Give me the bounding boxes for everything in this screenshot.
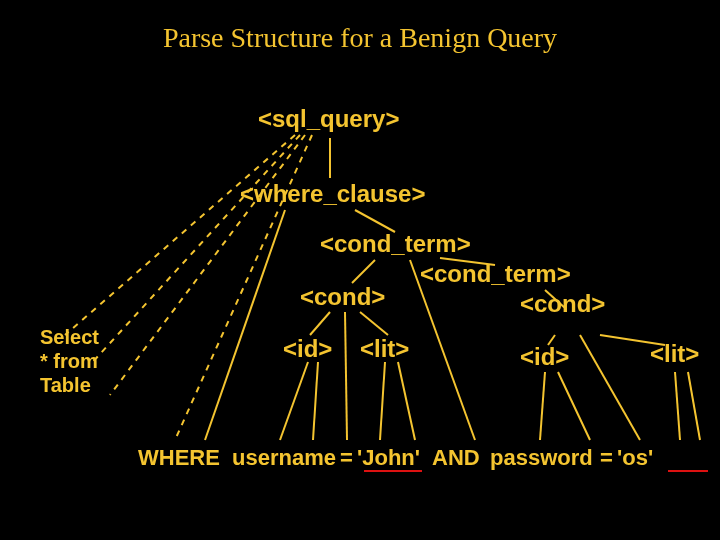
sql-username: username xyxy=(232,445,336,471)
svg-line-11 xyxy=(360,312,388,335)
node-lit-2: <lit> xyxy=(650,340,699,368)
node-id-1: <id> xyxy=(283,335,332,363)
svg-line-6 xyxy=(355,210,395,232)
node-id-2: <id> xyxy=(520,343,569,371)
underline-os xyxy=(668,470,708,472)
svg-line-7 xyxy=(352,260,375,283)
sql-eq1: = xyxy=(340,445,353,471)
sql-and: AND xyxy=(432,445,480,471)
svg-line-5 xyxy=(205,210,285,440)
node-sql-query: <sql_query> xyxy=(258,105,399,133)
node-where-clause: <where_clause> xyxy=(240,180,425,208)
slide-root: Parse Structure for a Benign Query xyxy=(0,0,720,540)
svg-line-21 xyxy=(540,372,545,440)
svg-line-15 xyxy=(380,362,385,440)
node-cond-2: <cond> xyxy=(520,290,605,318)
node-cond-term-1: <cond_term> xyxy=(320,230,471,258)
svg-line-22 xyxy=(558,372,590,440)
svg-line-0 xyxy=(65,135,295,335)
sql-eq2: = xyxy=(600,445,613,471)
svg-line-12 xyxy=(345,312,347,440)
svg-line-13 xyxy=(280,362,308,440)
sql-password: password xyxy=(490,445,593,471)
sql-john: 'John' xyxy=(357,445,420,471)
svg-line-2 xyxy=(110,135,305,395)
svg-line-23 xyxy=(675,372,680,440)
node-cond-term-2: <cond_term> xyxy=(420,260,571,288)
svg-line-16 xyxy=(398,362,415,440)
node-cond-1: <cond> xyxy=(300,283,385,311)
sql-where: WHERE xyxy=(138,445,220,471)
svg-line-24 xyxy=(688,372,700,440)
sql-os: 'os' xyxy=(617,445,653,471)
svg-line-1 xyxy=(90,135,300,365)
leaf-select-from-table: Select * from Table xyxy=(40,325,99,397)
svg-line-14 xyxy=(313,362,318,440)
svg-line-10 xyxy=(310,312,330,335)
svg-line-20 xyxy=(580,335,640,440)
page-title: Parse Structure for a Benign Query xyxy=(0,22,720,54)
underline-john xyxy=(364,470,422,472)
node-lit-1: <lit> xyxy=(360,335,409,363)
